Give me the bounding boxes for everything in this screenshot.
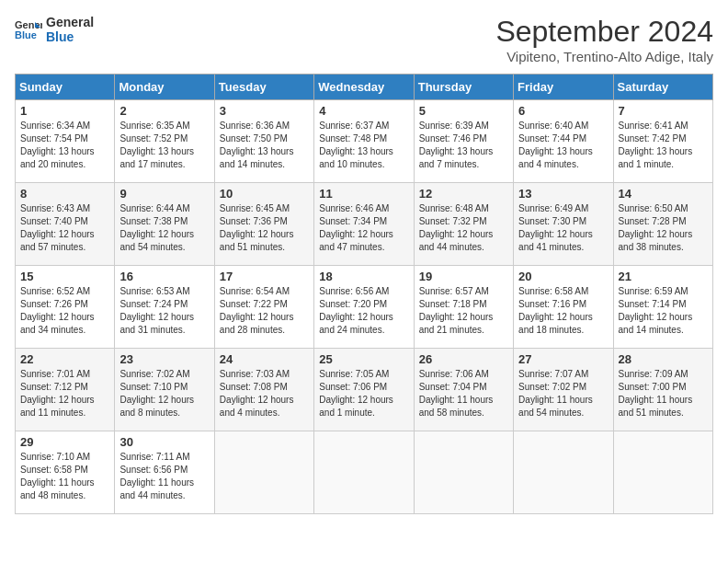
calendar-cell: 24Sunrise: 7:03 AMSunset: 7:08 PMDayligh… — [214, 349, 313, 431]
cell-info: Sunrise: 7:06 AMSunset: 7:04 PMDaylight:… — [419, 368, 508, 419]
cell-info: Sunrise: 6:43 AMSunset: 7:40 PMDaylight:… — [20, 202, 109, 254]
day-number: 9 — [119, 187, 209, 201]
cell-info: Sunrise: 6:49 AMSunset: 7:30 PMDaylight:… — [518, 202, 608, 254]
day-number: 19 — [419, 270, 508, 283]
day-number: 14 — [619, 187, 708, 201]
day-header-saturday: Saturday — [613, 75, 712, 100]
calendar-cell: 26Sunrise: 7:06 AMSunset: 7:04 PMDayligh… — [414, 349, 513, 431]
day-number: 17 — [220, 270, 309, 283]
cell-info: Sunrise: 6:45 AMSunset: 7:36 PMDaylight:… — [220, 202, 309, 254]
location: Vipiteno, Trentino-Alto Adige, Italy — [495, 49, 713, 64]
cell-info: Sunrise: 6:57 AMSunset: 7:18 PMDaylight:… — [419, 285, 508, 337]
day-number: 29 — [20, 435, 109, 449]
day-number: 30 — [119, 435, 209, 449]
day-number: 21 — [619, 270, 708, 283]
cell-info: Sunrise: 6:35 AMSunset: 7:52 PMDaylight:… — [119, 120, 209, 171]
week-row-3: 15Sunrise: 6:52 AMSunset: 7:26 PMDayligh… — [16, 266, 713, 349]
day-number: 4 — [319, 104, 408, 118]
logo-icon: General Blue — [15, 18, 42, 40]
day-number: 26 — [419, 352, 508, 366]
cell-info: Sunrise: 6:46 AMSunset: 7:34 PMDaylight:… — [319, 202, 408, 254]
day-number: 25 — [319, 352, 408, 366]
header-row: SundayMondayTuesdayWednesdayThursdayFrid… — [16, 75, 713, 100]
calendar-cell: 30Sunrise: 7:11 AMSunset: 6:56 PMDayligh… — [115, 431, 214, 514]
calendar-cell: 11Sunrise: 6:46 AMSunset: 7:34 PMDayligh… — [314, 183, 414, 266]
day-number: 28 — [619, 352, 708, 366]
calendar-table: SundayMondayTuesdayWednesdayThursdayFrid… — [15, 74, 713, 514]
cell-info: Sunrise: 6:56 AMSunset: 7:20 PMDaylight:… — [319, 285, 408, 337]
calendar-cell — [414, 431, 513, 514]
day-number: 13 — [518, 187, 608, 201]
calendar-cell: 19Sunrise: 6:57 AMSunset: 7:18 PMDayligh… — [414, 266, 513, 349]
cell-info: Sunrise: 7:01 AMSunset: 7:12 PMDaylight:… — [20, 368, 109, 419]
day-header-sunday: Sunday — [16, 75, 115, 100]
calendar-cell: 6Sunrise: 6:40 AMSunset: 7:44 PMDaylight… — [514, 100, 613, 183]
cell-info: Sunrise: 7:07 AMSunset: 7:02 PMDaylight:… — [518, 368, 608, 419]
cell-info: Sunrise: 6:37 AMSunset: 7:48 PMDaylight:… — [319, 120, 408, 171]
day-number: 15 — [20, 270, 109, 283]
cell-info: Sunrise: 6:53 AMSunset: 7:24 PMDaylight:… — [119, 285, 209, 337]
calendar-cell: 14Sunrise: 6:50 AMSunset: 7:28 PMDayligh… — [613, 183, 712, 266]
day-number: 20 — [518, 270, 608, 283]
day-number: 16 — [119, 270, 209, 283]
calendar-cell — [314, 431, 414, 514]
calendar-cell: 5Sunrise: 6:39 AMSunset: 7:46 PMDaylight… — [414, 100, 513, 183]
day-number: 7 — [619, 104, 708, 118]
cell-info: Sunrise: 6:50 AMSunset: 7:28 PMDaylight:… — [619, 202, 708, 254]
calendar-cell: 23Sunrise: 7:02 AMSunset: 7:10 PMDayligh… — [115, 349, 214, 431]
day-number: 23 — [119, 352, 209, 366]
day-number: 1 — [20, 104, 109, 118]
logo: General Blue General Blue — [15, 15, 94, 44]
calendar-cell — [514, 431, 613, 514]
calendar-cell: 25Sunrise: 7:05 AMSunset: 7:06 PMDayligh… — [314, 349, 414, 431]
cell-info: Sunrise: 6:54 AMSunset: 7:22 PMDaylight:… — [220, 285, 309, 337]
calendar-cell — [613, 431, 712, 514]
cell-info: Sunrise: 7:09 AMSunset: 7:00 PMDaylight:… — [619, 368, 708, 419]
day-number: 10 — [220, 187, 309, 201]
svg-text:Blue: Blue — [15, 29, 37, 40]
calendar-cell: 4Sunrise: 6:37 AMSunset: 7:48 PMDaylight… — [314, 100, 414, 183]
cell-info: Sunrise: 6:48 AMSunset: 7:32 PMDaylight:… — [419, 202, 508, 254]
day-header-thursday: Thursday — [414, 75, 513, 100]
cell-info: Sunrise: 6:39 AMSunset: 7:46 PMDaylight:… — [419, 120, 508, 171]
cell-info: Sunrise: 7:02 AMSunset: 7:10 PMDaylight:… — [119, 368, 209, 419]
day-number: 11 — [319, 187, 408, 201]
day-number: 5 — [419, 104, 508, 118]
calendar-cell: 13Sunrise: 6:49 AMSunset: 7:30 PMDayligh… — [514, 183, 613, 266]
cell-info: Sunrise: 6:34 AMSunset: 7:54 PMDaylight:… — [20, 120, 109, 171]
day-number: 18 — [319, 270, 408, 283]
cell-info: Sunrise: 7:03 AMSunset: 7:08 PMDaylight:… — [220, 368, 309, 419]
calendar-cell: 29Sunrise: 7:10 AMSunset: 6:58 PMDayligh… — [16, 431, 115, 514]
calendar-cell: 17Sunrise: 6:54 AMSunset: 7:22 PMDayligh… — [214, 266, 313, 349]
logo-blue: Blue — [46, 29, 94, 44]
day-number: 6 — [518, 104, 608, 118]
week-row-2: 8Sunrise: 6:43 AMSunset: 7:40 PMDaylight… — [16, 183, 713, 266]
calendar-cell: 22Sunrise: 7:01 AMSunset: 7:12 PMDayligh… — [16, 349, 115, 431]
cell-info: Sunrise: 7:05 AMSunset: 7:06 PMDaylight:… — [319, 368, 408, 419]
cell-info: Sunrise: 6:58 AMSunset: 7:16 PMDaylight:… — [518, 285, 608, 337]
title-area: September 2024 Vipiteno, Trentino-Alto A… — [495, 15, 713, 64]
cell-info: Sunrise: 6:44 AMSunset: 7:38 PMDaylight:… — [119, 202, 209, 254]
day-number: 2 — [119, 104, 209, 118]
calendar-cell: 27Sunrise: 7:07 AMSunset: 7:02 PMDayligh… — [514, 349, 613, 431]
day-number: 3 — [220, 104, 309, 118]
cell-info: Sunrise: 6:59 AMSunset: 7:14 PMDaylight:… — [619, 285, 708, 337]
week-row-4: 22Sunrise: 7:01 AMSunset: 7:12 PMDayligh… — [16, 349, 713, 431]
day-header-friday: Friday — [514, 75, 613, 100]
cell-info: Sunrise: 6:40 AMSunset: 7:44 PMDaylight:… — [518, 120, 608, 171]
day-number: 12 — [419, 187, 508, 201]
day-header-tuesday: Tuesday — [214, 75, 313, 100]
day-number: 8 — [20, 187, 109, 201]
week-row-5: 29Sunrise: 7:10 AMSunset: 6:58 PMDayligh… — [16, 431, 713, 514]
calendar-cell: 21Sunrise: 6:59 AMSunset: 7:14 PMDayligh… — [613, 266, 712, 349]
week-row-1: 1Sunrise: 6:34 AMSunset: 7:54 PMDaylight… — [16, 100, 713, 183]
calendar-cell: 7Sunrise: 6:41 AMSunset: 7:42 PMDaylight… — [613, 100, 712, 183]
calendar-cell: 16Sunrise: 6:53 AMSunset: 7:24 PMDayligh… — [115, 266, 214, 349]
cell-info: Sunrise: 6:41 AMSunset: 7:42 PMDaylight:… — [619, 120, 708, 171]
calendar-cell: 12Sunrise: 6:48 AMSunset: 7:32 PMDayligh… — [414, 183, 513, 266]
calendar-cell: 2Sunrise: 6:35 AMSunset: 7:52 PMDaylight… — [115, 100, 214, 183]
month-title: September 2024 — [495, 15, 713, 49]
calendar-cell: 8Sunrise: 6:43 AMSunset: 7:40 PMDaylight… — [16, 183, 115, 266]
day-number: 27 — [518, 352, 608, 366]
day-header-monday: Monday — [115, 75, 214, 100]
